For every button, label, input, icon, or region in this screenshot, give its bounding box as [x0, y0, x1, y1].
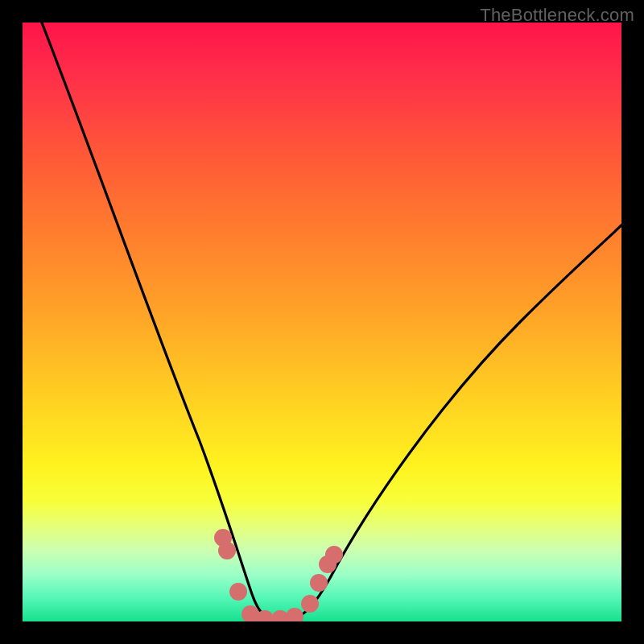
- marker-point: [310, 574, 328, 592]
- curve-layer: [23, 23, 621, 621]
- marker-point: [325, 546, 343, 564]
- marker-point: [286, 608, 303, 621]
- marker-point: [218, 542, 236, 559]
- marker-point: [229, 583, 247, 601]
- left-curve: [40, 23, 272, 620]
- marker-point: [301, 595, 319, 613]
- bottleneck-chart: [23, 23, 621, 621]
- watermark-text: TheBottleneck.com: [480, 5, 634, 26]
- marker-group: [214, 529, 343, 621]
